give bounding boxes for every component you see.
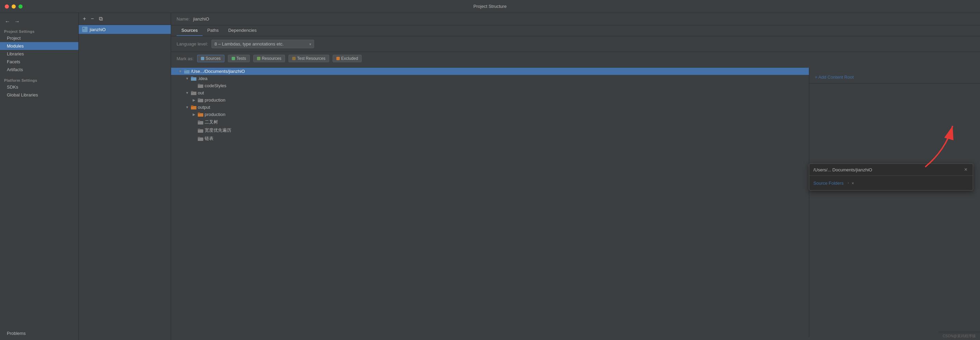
- name-label: Name:: [177, 16, 189, 22]
- out-toggle-icon: ▼: [185, 91, 189, 95]
- module-icon: [82, 27, 88, 32]
- sources-dot-icon: [201, 57, 204, 60]
- tab-paths[interactable]: Paths: [202, 25, 223, 36]
- output-production-folder-icon: [198, 112, 203, 117]
- ercha-folder-icon: [198, 120, 203, 124]
- status-bar: CSDN@菜鸡程序猿: [939, 332, 980, 340]
- ercha-folder-name: 二叉树: [205, 119, 218, 125]
- language-level-label: Language level:: [177, 41, 208, 46]
- mark-excluded-button[interactable]: Excluded: [332, 55, 362, 62]
- mark-sources-button[interactable]: Sources: [197, 55, 224, 62]
- back-button[interactable]: ←: [3, 18, 12, 25]
- window-title: Project Structure: [474, 4, 507, 9]
- sidebar-item-project[interactable]: Project: [0, 34, 78, 42]
- tree-toolbar: + − ⧉: [79, 13, 171, 25]
- popup-dot-indicator: ·: [848, 180, 849, 186]
- detail-tabs: Sources Paths Dependencies: [171, 25, 980, 36]
- svg-rect-3: [184, 70, 186, 71]
- kuandu-folder-icon: [198, 128, 203, 133]
- tree-row-root[interactable]: ▼ /Use.../Documents/jianzhiO: [171, 68, 809, 75]
- popup-close-x-label: ×: [852, 181, 854, 186]
- out-folder-name: out: [198, 90, 204, 95]
- svg-rect-9: [191, 91, 193, 92]
- mark-as-label: Mark as:: [177, 56, 194, 61]
- output-production-toggle-icon: ▶: [192, 113, 196, 116]
- content-area: + − ⧉ jianzhiO Name: jianzhiO: [79, 13, 980, 340]
- sources-label: Sources: [206, 56, 221, 61]
- module-tree-panel: + − ⧉ jianzhiO: [79, 13, 171, 340]
- ercha-toggle-icon: [192, 121, 196, 124]
- sidebar-item-global-libraries[interactable]: Global Libraries: [0, 91, 78, 99]
- svg-rect-11: [198, 98, 200, 100]
- file-tree-area: ▼ /Use.../Documents/jianzhiO ▼: [171, 65, 980, 340]
- sidebar-item-modules[interactable]: Modules: [0, 42, 78, 50]
- kuandu-toggle-icon: [192, 129, 196, 132]
- svg-rect-7: [198, 84, 200, 85]
- resources-label: Resources: [262, 56, 281, 61]
- popup-content: Source Folders · ×: [809, 176, 973, 190]
- detail-header: Name: jianzhiO: [171, 13, 980, 25]
- codestyles-toggle-icon: [192, 84, 196, 87]
- svg-rect-5: [191, 76, 193, 78]
- add-content-root-section: + Add Content Root: [809, 71, 980, 83]
- kuandu-folder-name: 宽度优先遍历: [205, 127, 231, 133]
- tree-row-output-production[interactable]: ▶ production: [171, 111, 809, 118]
- language-level-select[interactable]: 8 – Lambdas, type annotations etc.: [212, 40, 314, 48]
- maximize-window-button[interactable]: [19, 5, 22, 8]
- remove-module-button[interactable]: −: [89, 15, 95, 22]
- red-arrow-container: [918, 122, 959, 172]
- tab-sources[interactable]: Sources: [177, 25, 202, 36]
- main-layout: ← → Project Settings Project Modules Lib…: [0, 13, 980, 340]
- popup-close-button[interactable]: ×: [963, 167, 969, 173]
- minimize-window-button[interactable]: [12, 5, 16, 8]
- mark-resources-button[interactable]: Resources: [253, 55, 285, 62]
- tree-row-out-production[interactable]: ▶ production: [171, 97, 809, 104]
- sidebar-item-facets[interactable]: Facets: [0, 58, 78, 66]
- output-folder-icon: [191, 105, 196, 110]
- right-panel: + Add Content Root /Users/... Documents/…: [809, 68, 980, 337]
- sidebar-item-problems[interactable]: Problems: [0, 329, 78, 337]
- tree-row-kuandu[interactable]: 宽度优先遍历: [171, 126, 809, 134]
- mark-tests-button[interactable]: Tests: [228, 55, 250, 62]
- forward-button[interactable]: →: [13, 18, 21, 25]
- module-item-jianzhi[interactable]: jianzhiO: [79, 25, 171, 34]
- sidebar-item-artifacts[interactable]: Artifacts: [0, 66, 78, 73]
- codestyles-folder-icon: [198, 83, 203, 88]
- source-folders-link[interactable]: Source Folders: [813, 181, 843, 186]
- tree-row-output[interactable]: ▼ output: [171, 104, 809, 111]
- output-toggle-icon: ▼: [185, 105, 189, 109]
- platform-settings-header: Platform Settings: [0, 76, 78, 83]
- output-folder-name: output: [198, 105, 210, 110]
- idea-folder-name: .idea: [198, 76, 207, 81]
- codestyles-folder-name: codeStyles: [205, 83, 226, 88]
- tree-row-lianbiao[interactable]: 链表: [171, 134, 809, 143]
- lianbiao-folder-name: 链表: [205, 135, 213, 141]
- module-name: jianzhiO: [90, 27, 106, 32]
- copy-module-button[interactable]: ⧉: [97, 15, 104, 22]
- svg-rect-15: [198, 113, 200, 114]
- tab-dependencies[interactable]: Dependencies: [223, 25, 261, 36]
- root-toggle-icon: ▼: [178, 70, 183, 73]
- tree-row-out[interactable]: ▼ out: [171, 89, 809, 97]
- mark-testresources-button[interactable]: Test Resources: [288, 55, 329, 62]
- add-module-button[interactable]: +: [81, 15, 87, 22]
- sidebar-item-libraries[interactable]: Libraries: [0, 50, 78, 58]
- close-window-button[interactable]: [5, 5, 9, 8]
- out-folder-icon: [191, 91, 196, 95]
- sidebar-item-sdks[interactable]: SDKs: [0, 83, 78, 91]
- root-folder-name: /Use.../Documents/jianzhiO: [191, 69, 245, 74]
- tree-row-codestyles[interactable]: codeStyles: [171, 82, 809, 89]
- excluded-dot-icon: [336, 57, 340, 60]
- add-content-root-button[interactable]: + Add Content Root: [815, 75, 854, 80]
- resources-dot-icon: [257, 57, 260, 60]
- tree-row-ercha[interactable]: 二叉树: [171, 118, 809, 126]
- file-tree: ▼ /Use.../Documents/jianzhiO ▼: [171, 68, 809, 337]
- svg-rect-17: [198, 121, 200, 122]
- language-level-select-wrapper: 8 – Lambdas, type annotations etc. ▾: [212, 40, 314, 48]
- excluded-label: Excluded: [341, 56, 358, 61]
- out-production-folder-name: production: [205, 97, 226, 103]
- testresources-label: Test Resources: [297, 56, 325, 61]
- tree-row-idea[interactable]: ▼ .idea: [171, 75, 809, 82]
- svg-rect-1: [83, 28, 84, 29]
- svg-rect-13: [191, 105, 193, 107]
